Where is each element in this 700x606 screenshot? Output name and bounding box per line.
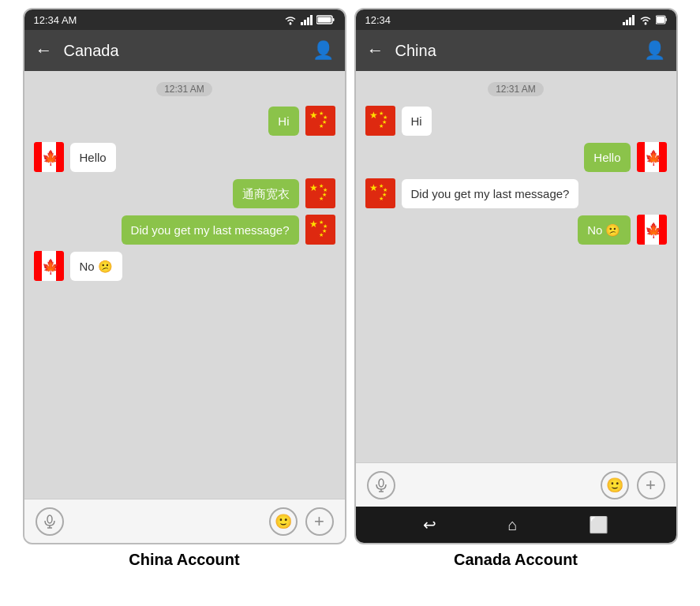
- svg-text:★: ★: [319, 232, 324, 238]
- left-msg-2: 🍁 Hello: [34, 142, 335, 172]
- svg-rect-43: [665, 18, 667, 21]
- right-emoji-button[interactable]: 🙂: [601, 471, 629, 499]
- left-person-icon[interactable]: 👤: [313, 40, 334, 61]
- svg-text:★: ★: [369, 182, 378, 193]
- left-status-bar: 12:34 AM: [24, 9, 345, 30]
- svg-rect-38: [626, 20, 628, 25]
- svg-text:★: ★: [369, 110, 378, 121]
- wifi-icon: [283, 14, 298, 25]
- right-mic-icon: [374, 478, 388, 492]
- left-bubble-5: No 😕: [70, 252, 122, 281]
- left-bottom-bar: 🙂 +: [24, 499, 345, 543]
- phones-container: 12:34 AM: [7, 0, 694, 606]
- right-add-button[interactable]: +: [637, 471, 665, 499]
- svg-point-65: [379, 479, 384, 487]
- svg-rect-15: [34, 142, 42, 172]
- right-status-icons: [623, 14, 667, 25]
- left-bubble-3: 通商宽衣: [233, 179, 299, 208]
- right-plus-icon: +: [646, 475, 656, 496]
- svg-rect-40: [632, 15, 634, 25]
- left-phone: 12:34 AM: [23, 8, 346, 544]
- right-toolbar: ← China 👤: [356, 30, 676, 71]
- right-bubble-1: Hi: [402, 107, 432, 136]
- right-person-icon[interactable]: 👤: [644, 40, 665, 61]
- left-bubble-1: Hi: [268, 107, 298, 136]
- left-toolbar: ← Canada 👤: [24, 30, 345, 71]
- right-status-time: 12:34: [365, 14, 391, 26]
- left-flag-canada-5: 🍁: [34, 251, 64, 281]
- svg-text:★: ★: [309, 219, 318, 230]
- right-mic-button[interactable]: [367, 471, 395, 499]
- plus-icon: +: [314, 511, 324, 532]
- right-emoji-icon: 🙂: [606, 477, 623, 494]
- left-chat-area: 12:31 AM Hi ★ ★ ★ ★ ★: [24, 71, 345, 499]
- svg-rect-31: [34, 251, 42, 281]
- svg-rect-4: [310, 15, 313, 25]
- right-msg-1: ★ ★ ★ ★ ★ Hi: [365, 106, 667, 136]
- right-status-bar: 12:34: [356, 9, 676, 30]
- mic-icon: [43, 514, 57, 529]
- svg-text:★: ★: [309, 110, 318, 121]
- svg-text:🍁: 🍁: [42, 258, 60, 275]
- left-msg-5: 🍁 No 😕: [34, 251, 335, 281]
- right-bottom-bar: 🙂 +: [356, 462, 676, 507]
- nav-back-button[interactable]: ↩: [423, 515, 436, 534]
- left-status-time: 12:34 AM: [34, 14, 77, 26]
- left-phone-label: China Account: [129, 551, 239, 569]
- left-bubble-4: Did you get my last message?: [122, 215, 299, 245]
- left-back-button[interactable]: ←: [36, 40, 53, 61]
- svg-text:★: ★: [309, 182, 318, 193]
- left-flag-china-4: ★ ★ ★ ★ ★: [305, 215, 335, 245]
- nav-home-button[interactable]: ⌂: [507, 516, 517, 534]
- right-msg-4: No 😕 🍁: [365, 215, 667, 245]
- right-phone: 12:34: [354, 8, 678, 544]
- right-flag-canada-4: 🍁: [637, 215, 667, 245]
- right-phone-wrapper: 12:34: [354, 8, 678, 569]
- svg-point-41: [644, 23, 646, 25]
- right-timestamp: 12:31 AM: [488, 82, 544, 96]
- svg-text:★: ★: [379, 123, 384, 129]
- right-msg-2: Hello 🍁: [365, 142, 667, 172]
- left-chat-title: Canada: [64, 42, 313, 60]
- right-battery-icon: [656, 14, 667, 25]
- right-flag-china-1: ★ ★ ★ ★ ★: [365, 106, 395, 136]
- svg-rect-52: [637, 142, 645, 172]
- svg-rect-1: [301, 22, 303, 25]
- svg-text:🍁: 🍁: [42, 149, 60, 166]
- left-flag-china-3: ★ ★ ★ ★ ★: [305, 178, 335, 208]
- svg-rect-39: [629, 17, 631, 25]
- svg-rect-37: [623, 22, 625, 25]
- left-emoji-button[interactable]: 🙂: [269, 507, 298, 536]
- left-status-icons: [283, 14, 335, 25]
- left-phone-wrapper: 12:34 AM: [23, 8, 346, 569]
- left-timestamp: 12:31 AM: [156, 82, 212, 96]
- android-nav-bar: ↩ ⌂ ⬜: [356, 507, 676, 543]
- svg-rect-2: [304, 20, 306, 25]
- left-msg-1: Hi ★ ★ ★ ★ ★: [34, 106, 335, 136]
- left-mic-button[interactable]: [36, 507, 64, 536]
- right-bubble-4: No 😕: [578, 215, 630, 245]
- svg-text:★: ★: [319, 123, 324, 129]
- right-bubble-3: Did you get my last message?: [402, 179, 579, 208]
- right-flag-china-3: ★ ★ ★ ★ ★: [365, 178, 395, 208]
- right-msg-3: ★ ★ ★ ★ ★ Did you get my last message?: [365, 178, 667, 208]
- svg-rect-6: [332, 18, 334, 21]
- left-msg-4: Did you get my last message? ★ ★ ★ ★ ★: [34, 215, 335, 245]
- right-back-button[interactable]: ←: [367, 40, 384, 61]
- left-msg-3: 通商宽衣 ★ ★ ★ ★ ★: [34, 178, 335, 208]
- right-wifi-icon: [638, 14, 653, 25]
- left-add-button[interactable]: +: [305, 507, 334, 536]
- svg-text:🍁: 🍁: [645, 149, 663, 166]
- svg-text:★: ★: [379, 196, 384, 201]
- svg-text:🍁: 🍁: [645, 222, 663, 239]
- svg-rect-62: [637, 215, 645, 245]
- left-flag-canada-2: 🍁: [34, 142, 64, 172]
- emoji-icon: 🙂: [275, 513, 292, 530]
- right-flag-canada-2: 🍁: [637, 142, 667, 172]
- left-flag-china-1: ★ ★ ★ ★ ★: [305, 106, 335, 136]
- svg-point-0: [289, 23, 291, 25]
- right-chat-area: 12:31 AM ★ ★ ★ ★ ★ Hi: [356, 71, 676, 462]
- svg-rect-3: [307, 17, 309, 25]
- nav-recents-button[interactable]: ⬜: [589, 515, 608, 534]
- left-bubble-2: Hello: [70, 143, 116, 172]
